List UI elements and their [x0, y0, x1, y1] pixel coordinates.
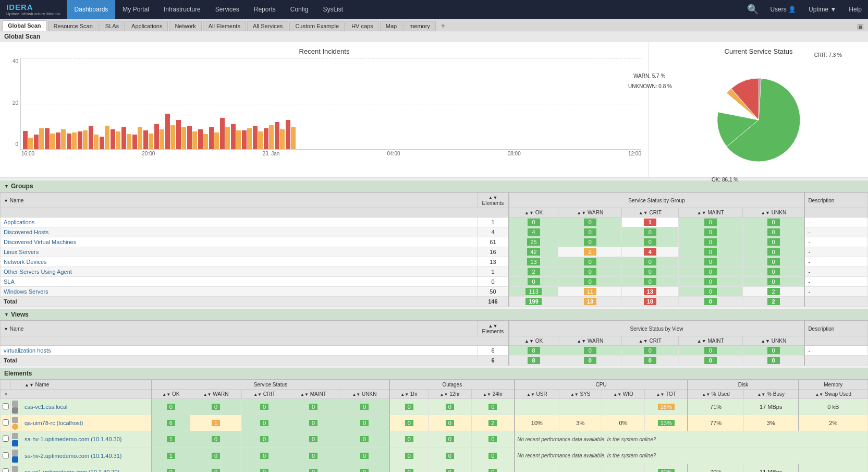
nav-syslist[interactable]: SysList — [315, 0, 350, 19]
groups-link-sla[interactable]: SLA — [4, 279, 15, 285]
tab-network[interactable]: Network — [169, 21, 201, 31]
groups-link-linux[interactable]: Linux Servers — [4, 249, 39, 255]
bar-group-15 — [176, 120, 186, 149]
bar-red — [132, 135, 137, 149]
nav-services[interactable]: Services — [208, 0, 247, 19]
elements-subheader-empty: ▼ — [1, 390, 152, 399]
views-col-elements[interactable]: ▲▼ Elements — [478, 321, 509, 336]
bar-group-22 — [253, 126, 263, 149]
views-col-unkn[interactable]: ▲▼ UNKN — [742, 336, 804, 346]
views-title: Views — [11, 311, 29, 318]
elements-pct-css-vc1: 71% — [688, 399, 743, 415]
tab-settings-icon[interactable]: ▣ — [855, 22, 866, 31]
views-total-elements: 6 — [478, 356, 509, 366]
tab-all-services[interactable]: All Services — [247, 21, 288, 31]
elements-checkbox-sa-vc1[interactable] — [1, 464, 11, 472]
element-type-icon — [12, 433, 18, 439]
nav-reports[interactable]: Reports — [247, 0, 283, 19]
elements-icons-sa-hv-2 — [11, 447, 21, 464]
elements-name-qa-uim: qa-uim78-rc (localhost) — [21, 415, 152, 431]
nav-infrastructure[interactable]: Infrastructure — [156, 0, 208, 19]
elements-col-name[interactable]: ▲▼ Name — [21, 380, 152, 390]
bar-group-25 — [286, 120, 296, 149]
element-type-icon — [12, 401, 18, 407]
bar-red — [264, 128, 268, 149]
elements-warn-sa-hv-1: 0 — [190, 431, 242, 447]
groups-unkn-linux: 0 — [742, 247, 804, 257]
tab-add-button[interactable]: + — [437, 20, 449, 31]
views-total-maint: 0 — [678, 356, 742, 366]
elements-unkn-sa-hv-1: 0 — [339, 431, 389, 447]
bar-group-23 — [264, 125, 274, 149]
groups-col-ok[interactable]: ▲▼ OK — [509, 208, 558, 217]
elements-link-qa-uim[interactable]: qa-uim78-rc (localhost) — [25, 420, 83, 426]
bar-group-5 — [67, 132, 77, 149]
nav-my-portal[interactable]: My Portal — [115, 0, 156, 19]
bar-yellow — [61, 129, 66, 149]
elements-checkbox-qa-uim[interactable] — [1, 415, 11, 431]
elements-usr-css-vc1 — [515, 399, 559, 415]
elements-sys-css-vc1 — [559, 399, 602, 415]
views-col-crit[interactable]: ▲▼ CRIT — [622, 336, 679, 346]
tab-applications[interactable]: Applications — [126, 21, 168, 31]
elements-link-sa-vc1[interactable]: sa-vc1.uptimedemo.com (10.1.40.20) — [25, 469, 119, 472]
elements-link-css-vc1[interactable]: css-vc1.css.local — [25, 404, 68, 410]
groups-link-disc-vms[interactable]: Discovered Virtual Machines — [4, 239, 76, 245]
nav-config[interactable]: Config — [283, 0, 316, 19]
views-col-name[interactable]: ▼ Name — [1, 321, 478, 336]
elements-checkbox-css-vc1[interactable] — [1, 399, 11, 415]
groups-link-windows[interactable]: Windows Servers — [4, 288, 48, 295]
groups-link-discovered-hosts[interactable]: Discovered Hosts — [4, 229, 48, 235]
groups-row-total: Total 146 199 13 18 0 2 — [1, 297, 868, 307]
groups-crit-applications: 1 — [622, 217, 679, 227]
tab-map[interactable]: Map — [380, 21, 402, 31]
elements-out24hr-sa-hv-2: 0 — [471, 447, 515, 464]
groups-col-name[interactable]: ▼ Name — [1, 193, 478, 208]
element-type-icon — [12, 466, 18, 472]
elements-warn-sa-vc1: 0 — [190, 464, 242, 472]
groups-link-applications[interactable]: Applications — [4, 219, 34, 225]
groups-link-network[interactable]: Network Devices — [4, 259, 47, 265]
elements-sub-24hr: ▲▼ 24hr — [471, 390, 515, 399]
tab-global-scan[interactable]: Global Scan — [2, 20, 47, 31]
elements-checkbox-sa-hv-1[interactable] — [1, 431, 11, 447]
groups-row-sla: SLA 0 0 0 0 0 0 - — [1, 277, 868, 287]
groups-elem-applications: 1 — [478, 217, 509, 227]
groups-col-warn[interactable]: ▲▼ WARN — [558, 208, 622, 217]
bar-yellow — [225, 127, 230, 149]
elements-busy-sa-vc1: 11 MBps — [743, 464, 798, 472]
tab-memory[interactable]: memory — [404, 21, 436, 31]
groups-col-crit[interactable]: ▲▼ CRIT — [622, 208, 679, 217]
tab-custom-example[interactable]: Custom Example — [289, 21, 345, 31]
views-link-virt-hosts[interactable]: virtualization hosts — [4, 347, 51, 354]
bar-red — [34, 135, 39, 149]
elements-sub-maint: ▲▼ MAINT — [287, 390, 339, 399]
elements-checkbox-sa-hv-2[interactable] — [1, 447, 11, 464]
groups-link-other-servers[interactable]: Other Servers Using Agent — [4, 269, 72, 275]
bar-red — [253, 126, 258, 149]
groups-col-maint[interactable]: ▲▼ MAINT — [678, 208, 742, 217]
nav-dashboards[interactable]: Dashboards — [67, 0, 116, 19]
bar-red — [143, 130, 148, 149]
views-col-maint[interactable]: ▲▼ MAINT — [678, 336, 742, 346]
nav-help[interactable]: Help — [842, 6, 868, 13]
elements-icons-sa-vc1 — [11, 464, 21, 472]
groups-col-unkn[interactable]: ▲▼ UNKN — [742, 208, 804, 217]
tab-slas[interactable]: SLAs — [100, 21, 125, 31]
views-warn-virt-hosts: 0 — [558, 346, 622, 356]
tab-resource-scan[interactable]: Resource Scan — [48, 21, 99, 31]
bar-yellow — [50, 134, 55, 149]
bar-red — [220, 118, 225, 149]
groups-col-elements[interactable]: ▲▼ Elements — [478, 193, 509, 208]
views-col-ok[interactable]: ▲▼ OK — [509, 336, 558, 346]
pie-ok-label: OK: 86.1 % — [712, 177, 738, 183]
elements-link-sa-hv-2[interactable]: sa-hv-2.uptimedemo.com (10.1.40.31) — [25, 453, 121, 459]
views-col-warn[interactable]: ▲▼ WARN — [558, 336, 622, 346]
tab-hv-caps[interactable]: HV caps — [346, 21, 379, 31]
nav-users[interactable]: Users 👤 — [764, 6, 802, 13]
tab-all-elements[interactable]: All Elements — [203, 21, 246, 31]
elements-link-sa-hv-1[interactable]: sa-hv-1.uptimedemo.com (10.1.40.30) — [25, 436, 121, 442]
nav-uptime[interactable]: Uptime ▼ — [802, 6, 842, 13]
search-icon[interactable]: 🔍 — [742, 4, 764, 15]
x-label-23jan: 23. Jan — [262, 151, 279, 156]
